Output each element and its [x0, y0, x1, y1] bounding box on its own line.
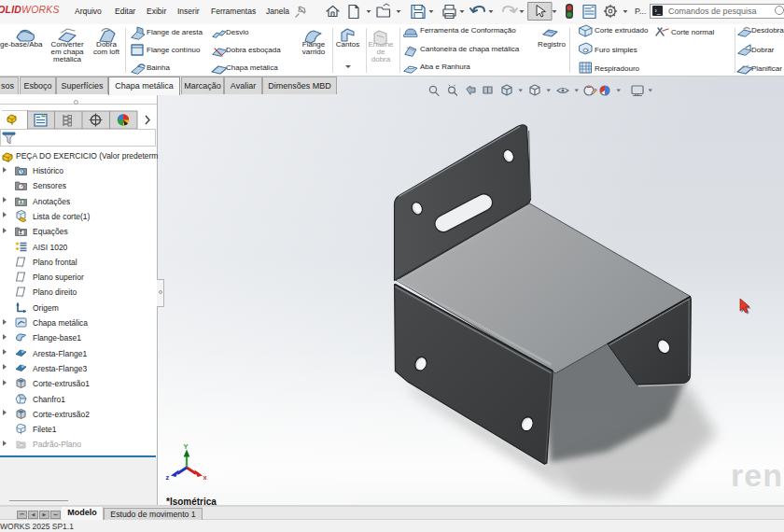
svg-text:P...: P...: [635, 7, 646, 16]
svg-text:Y: Y: [184, 442, 189, 451]
svg-text:x: x: [203, 473, 208, 482]
svg-text:A: A: [20, 200, 23, 205]
svg-text:z: z: [166, 473, 170, 482]
